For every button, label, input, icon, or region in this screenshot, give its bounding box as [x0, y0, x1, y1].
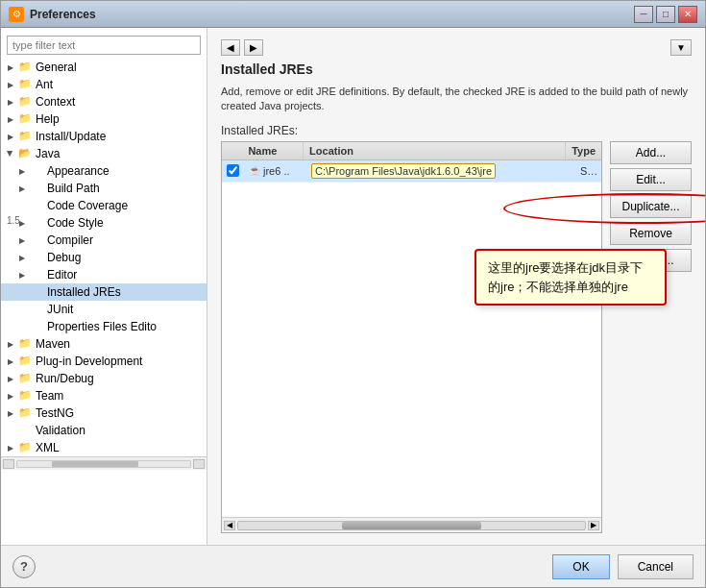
sidebar-item-ant[interactable]: ▶ 📁 Ant: [1, 76, 207, 93]
item-icon: [30, 320, 43, 333]
sidebar-item-general[interactable]: ▶ 📁 General: [1, 59, 207, 76]
arrow-icon: ▶: [5, 338, 16, 350]
sidebar-item-properties-files-editor[interactable]: ▶ Properties Files Edito: [1, 318, 207, 335]
arrow-icon: ▶: [5, 442, 16, 453]
column-name[interactable]: Name: [242, 142, 304, 159]
sidebar-item-appearance[interactable]: ▶ Appearance: [1, 162, 207, 180]
item-icon: [30, 268, 43, 282]
sidebar-label: Installed JREs: [47, 285, 121, 299]
sidebar-label: Build Path: [47, 182, 100, 195]
folder-icon: 📁: [18, 406, 32, 420]
sidebar-item-xml[interactable]: ▶ 📁 XML: [1, 439, 207, 456]
dropdown-button[interactable]: ▼: [670, 39, 692, 56]
sidebar-label: Install/Update: [36, 130, 106, 143]
folder-icon: 📁: [18, 95, 32, 109]
sidebar-item-editor[interactable]: ▶ Editor: [1, 266, 207, 283]
duplicate-button[interactable]: Duplicate...: [610, 195, 692, 218]
folder-open-icon: 📂: [18, 147, 32, 160]
window-title: Preferences: [30, 8, 634, 21]
arrow-icon: ▶: [5, 373, 16, 384]
arrow-icon: ▶: [5, 61, 16, 73]
back-button[interactable]: ◀: [221, 39, 240, 56]
ok-button[interactable]: OK: [552, 554, 609, 579]
sidebar-item-java[interactable]: ▶ 📂 Java: [1, 145, 207, 162]
sidebar-item-code-coverage[interactable]: ▶ Code Coverage: [1, 197, 207, 214]
sidebar-label: Editor: [47, 268, 77, 282]
row-checkbox[interactable]: [222, 161, 243, 180]
sidebar-item-help[interactable]: ▶ 📁 Help: [1, 110, 207, 128]
sidebar-label: General: [36, 61, 77, 74]
arrow-icon: ▶: [5, 425, 16, 436]
sidebar-item-validation[interactable]: ▶ Validation: [1, 422, 207, 439]
jre-table: Name Location Type ☕ jre6 ..: [221, 141, 602, 533]
sidebar-item-team[interactable]: ▶ 📁 Team: [1, 387, 207, 404]
sidebar-label: Java: [36, 147, 60, 160]
folder-icon: 📁: [18, 441, 32, 454]
content-area: 1.5 ▶ 📁 General ▶ 📁 Ant ▶ 📁 Context ▶ 📁: [1, 28, 705, 545]
arrow-icon: ▶: [5, 131, 16, 142]
arrow-icon: ▶: [16, 200, 28, 211]
sidebar-item-testng[interactable]: ▶ 📁 TestNG: [1, 404, 207, 422]
row-type: Star: [574, 162, 601, 180]
remove-button[interactable]: Remove: [610, 222, 692, 245]
edit-button[interactable]: Edit...: [610, 168, 692, 191]
checkbox-column-header: [222, 142, 242, 159]
arrow-icon: ▶: [5, 407, 16, 419]
sidebar-label: Code Coverage: [47, 199, 128, 212]
folder-icon: 📁: [18, 61, 32, 74]
sidebar-label: Appearance: [47, 164, 110, 178]
installed-label: Installed JREs:: [221, 124, 692, 137]
forward-button[interactable]: ▶: [244, 39, 263, 56]
nav-arrows: ◀ ▶ ▼: [221, 39, 692, 56]
add-button[interactable]: Add...: [610, 141, 692, 164]
table-row[interactable]: ☕ jre6 .. C:\Program Files\Java\jdk1.6.0…: [222, 160, 601, 183]
arrow-icon: ▶: [16, 252, 28, 263]
sidebar-item-context[interactable]: ▶ 📁 Context: [1, 93, 207, 110]
close-button[interactable]: ✕: [678, 6, 697, 23]
sidebar-item-build-path[interactable]: ▶ Build Path: [1, 180, 207, 197]
sidebar-item-plugin-development[interactable]: ▶ 📁 Plug-in Development: [1, 353, 207, 370]
sidebar-item-maven[interactable]: ▶ 📁 Maven: [1, 335, 207, 353]
sidebar-label: TestNG: [36, 406, 74, 420]
sidebar-label: Maven: [36, 337, 70, 351]
help-button[interactable]: ?: [12, 555, 36, 578]
sidebar-item-debug[interactable]: ▶ Debug: [1, 249, 207, 266]
sidebar-label: Help: [36, 112, 60, 126]
table-header: Name Location Type: [222, 142, 601, 160]
horizontal-scrollbar[interactable]: ◀ ▶: [222, 517, 601, 532]
column-type[interactable]: Type: [566, 142, 601, 159]
sidebar-item-run-debug[interactable]: ▶ 📁 Run/Debug: [1, 370, 207, 387]
item-icon: [30, 164, 43, 178]
sidebar-label: Validation: [36, 424, 85, 437]
maximize-button[interactable]: □: [656, 6, 675, 23]
cancel-button[interactable]: Cancel: [618, 554, 694, 579]
row-location: C:\Program Files\Java\jdk1.6.0_43\jre: [305, 160, 574, 182]
arrow-icon: ▶: [16, 286, 28, 298]
column-location[interactable]: Location: [304, 142, 566, 159]
folder-icon: 📁: [18, 355, 32, 368]
panel-title: Installed JREs: [221, 61, 692, 77]
jre-checkbox[interactable]: [227, 164, 239, 177]
sidebar-item-junit[interactable]: ▶ JUnit: [1, 301, 207, 318]
tooltip-annotation: 这里的jre要选择在jdk目录下的jre；不能选择单独的jre: [475, 249, 667, 306]
sidebar-label: XML: [36, 441, 60, 454]
arrow-icon: ▶: [5, 390, 16, 402]
folder-icon: 📁: [18, 372, 32, 385]
row-name: ☕ jre6 ..: [243, 162, 305, 180]
arrow-icon: ▶: [16, 321, 28, 332]
minimize-button[interactable]: ─: [634, 6, 653, 23]
sidebar-item-installed-jres[interactable]: ▶ Installed JREs: [1, 283, 207, 301]
arrow-icon: ▶: [16, 269, 28, 281]
arrow-open-icon: ▶: [5, 148, 16, 159]
scrollbar-thumb[interactable]: [342, 522, 480, 529]
filter-input[interactable]: [7, 36, 201, 55]
item-icon: [30, 285, 43, 299]
scrollbar-track[interactable]: [237, 521, 586, 530]
arrow-icon: ▶: [16, 165, 28, 177]
folder-icon: 📁: [18, 130, 32, 143]
arrow-icon: ▶: [5, 96, 16, 108]
sidebar-item-compiler[interactable]: ▶ Compiler: [1, 232, 207, 249]
sidebar-item-install-update[interactable]: ▶ 📁 Install/Update: [1, 128, 207, 145]
arrow-icon: ▶: [16, 304, 28, 315]
sidebar-item-code-style[interactable]: ▶ Code Style: [1, 214, 207, 232]
